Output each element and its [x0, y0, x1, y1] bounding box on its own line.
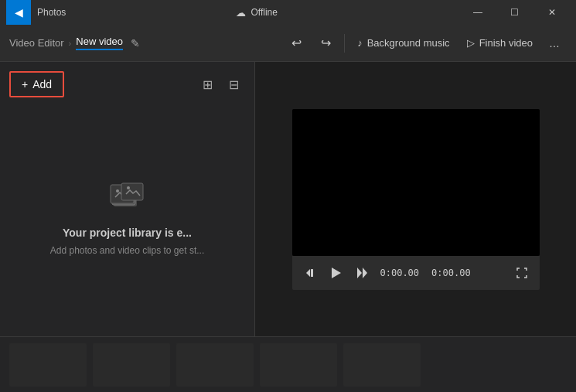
svg-marker-9	[357, 268, 362, 278]
app-title: Photos	[37, 7, 66, 18]
empty-icon	[107, 177, 148, 217]
svg-rect-7	[311, 269, 313, 277]
timeline-thumb-1	[9, 343, 87, 387]
current-time: 0:00.00	[380, 268, 420, 278]
toolbar-actions: ↩ ↪ ♪ Background music ▷ Finish video …	[282, 29, 567, 57]
add-label: Add	[32, 78, 52, 90]
svg-marker-10	[363, 268, 367, 278]
empty-subtitle: Add photos and video clips to get st...	[50, 245, 204, 256]
add-button[interactable]: + Add	[9, 71, 64, 97]
breadcrumb-separator: ›	[69, 39, 72, 48]
close-button[interactable]: ✕	[534, 0, 570, 25]
empty-title: Your project library is e...	[63, 227, 192, 239]
svg-point-5	[127, 186, 130, 189]
back-button[interactable]: ◀	[6, 0, 31, 25]
bg-music-icon: ♪	[357, 37, 363, 49]
bg-music-label: Background music	[367, 37, 450, 49]
title-bar-controls: — ☐ ✕	[460, 0, 570, 25]
maximize-button[interactable]: ☐	[497, 0, 533, 25]
video-preview	[292, 109, 540, 256]
title-bar: ◀ Photos ☁ Offline — ☐ ✕	[0, 0, 576, 25]
finish-label: Finish video	[479, 37, 533, 49]
title-bar-left: ◀ Photos	[6, 0, 66, 25]
breadcrumb: Video Editor › New video	[9, 36, 123, 50]
add-icon: +	[22, 78, 28, 90]
main-content: + Add ⊞ ⊟ Y	[0, 62, 576, 336]
offline-icon: ☁	[236, 7, 246, 19]
timeline-thumb-5	[343, 343, 421, 387]
fullscreen-button[interactable]	[510, 261, 533, 285]
finish-video-button[interactable]: ▷ Finish video	[459, 29, 540, 57]
left-panel: + Add ⊞ ⊟ Y	[0, 62, 255, 336]
background-music-button[interactable]: ♪ Background music	[349, 29, 457, 57]
timeline-thumb-3	[176, 343, 254, 387]
undo-button[interactable]: ↩	[282, 29, 310, 57]
redo-button[interactable]: ↪	[312, 29, 339, 57]
breadcrumb-current: New video	[76, 36, 123, 50]
play-slow-button[interactable]	[351, 261, 374, 285]
right-panel: 0:00.00 0:00.00	[255, 62, 576, 336]
finish-icon: ▷	[467, 37, 475, 49]
breadcrumb-parent[interactable]: Video Editor	[9, 37, 64, 49]
list-view-button[interactable]: ⊟	[222, 73, 245, 96]
timeline-thumb-4	[260, 343, 337, 387]
grid-view-button[interactable]: ⊞	[196, 73, 219, 96]
total-time: 0:00.00	[431, 268, 471, 278]
timeline-thumb-2	[93, 343, 170, 387]
svg-marker-8	[332, 268, 341, 278]
timeline	[0, 336, 576, 392]
panel-toolbar: + Add ⊞ ⊟	[9, 71, 245, 97]
toolbar: Video Editor › New video ✎ ↩ ↪ ♪ Backgro…	[0, 25, 576, 62]
svg-marker-6	[306, 269, 310, 277]
edit-title-icon[interactable]: ✎	[131, 37, 140, 49]
rewind-button[interactable]	[298, 261, 322, 285]
empty-state: Your project library is e... Add photos …	[9, 105, 245, 327]
offline-indicator: ☁ Offline	[236, 7, 277, 19]
view-buttons: ⊞ ⊟	[196, 73, 245, 96]
playback-controls: 0:00.00 0:00.00	[292, 256, 540, 290]
minimize-button[interactable]: —	[460, 0, 496, 25]
play-button[interactable]	[325, 261, 348, 285]
toolbar-divider	[344, 34, 345, 53]
svg-point-3	[116, 189, 119, 193]
offline-label: Offline	[251, 7, 277, 18]
more-options-button[interactable]: …	[542, 29, 567, 57]
